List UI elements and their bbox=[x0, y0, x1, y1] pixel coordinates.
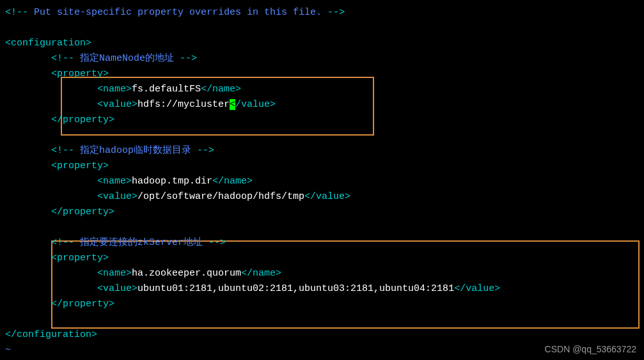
comment-tmpdir: 指定hadoop临时数据目录 bbox=[80, 145, 191, 156]
property-close: </property> bbox=[51, 207, 114, 217]
comment-close-gt: > bbox=[339, 7, 345, 18]
comment-site-specific: Put site-specific property overrides in … bbox=[34, 7, 322, 18]
value-close: </value> bbox=[454, 283, 500, 294]
name-close: </name> bbox=[212, 176, 253, 187]
property-value-1: hdfs://mycluster bbox=[137, 99, 230, 110]
property-open: <property> bbox=[51, 68, 109, 79]
value-open: <value> bbox=[97, 191, 137, 202]
comment-close-dashes: -- bbox=[322, 7, 339, 18]
property-open: <property> bbox=[51, 253, 109, 263]
property-name-3: ha.zookeeper.quorum bbox=[132, 268, 241, 279]
name-open: <name> bbox=[97, 268, 132, 279]
property-close: </property> bbox=[51, 114, 114, 125]
property-open: <property> bbox=[51, 160, 109, 171]
name-close: </name> bbox=[201, 84, 241, 95]
property-close: </property> bbox=[51, 299, 114, 309]
cursor: < bbox=[230, 99, 235, 110]
property-value-3: ubuntu01:2181,ubuntu02:2181,ubuntu03:218… bbox=[137, 283, 454, 294]
editor-content[interactable]: <!-- Put site-specific property override… bbox=[5, 5, 644, 358]
value-close-rest: /value> bbox=[235, 99, 276, 110]
comment-dashes: -- bbox=[17, 7, 34, 18]
name-open: <name> bbox=[97, 176, 132, 187]
comment-delim: <! bbox=[51, 53, 63, 64]
value-open: <value> bbox=[97, 99, 137, 110]
property-value-2: /opt/software/hadoop/hdfs/tmp bbox=[137, 191, 304, 202]
name-open: <name> bbox=[97, 84, 132, 95]
configuration-open: <configuration> bbox=[5, 38, 91, 49]
comment-zkserver: 指定要连接的zkServer地址 bbox=[80, 237, 203, 248]
name-close: </name> bbox=[241, 268, 281, 279]
property-name-2: hadoop.tmp.dir bbox=[132, 176, 212, 187]
configuration-close: </configuration> bbox=[5, 329, 97, 340]
comment-namenode: 指定NameNode的地址 bbox=[80, 53, 174, 64]
xml-comment-open: <! bbox=[5, 7, 17, 18]
value-close: </value> bbox=[304, 191, 350, 202]
vim-tilde: ~ bbox=[5, 345, 11, 356]
value-open: <value> bbox=[97, 283, 137, 294]
property-name-1: fs.defaultFS bbox=[132, 84, 201, 95]
